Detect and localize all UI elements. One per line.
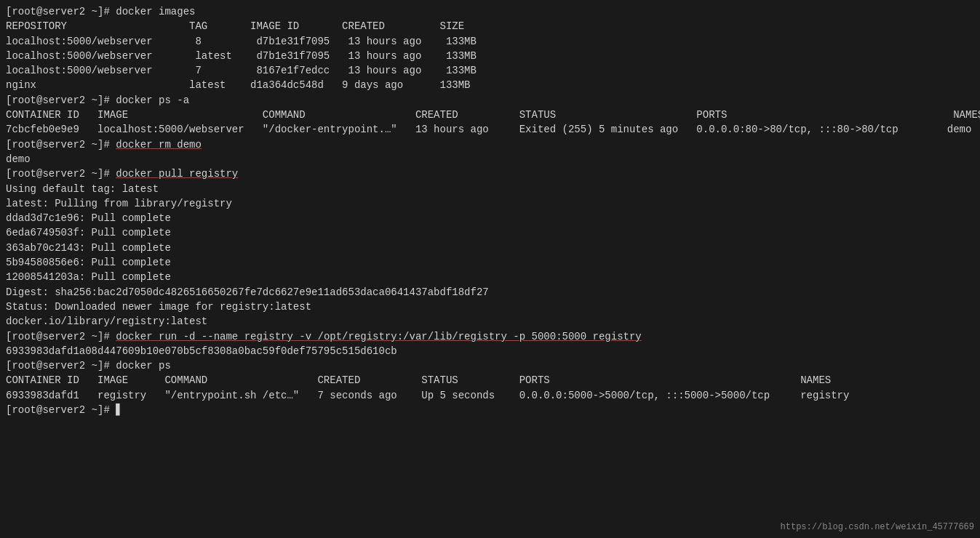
terminal-line: CONTAINER ID IMAGE COMMAND CREATED STATU… xyxy=(6,373,974,388)
terminal-line: 7cbcfeb0e9e9 localhost:5000/webserver "/… xyxy=(6,122,974,137)
terminal-line: docker.io/library/registry:latest xyxy=(6,314,974,329)
terminal-line: [root@server2 ~]# docker ps -a xyxy=(6,93,974,108)
terminal-line: [root@server2 ~]# docker images xyxy=(6,4,974,19)
terminal-line: 5b94580856e6: Pull complete xyxy=(6,255,974,270)
terminal-line: [root@server2 ~]# docker run -d --name r… xyxy=(6,329,974,344)
terminal-line: Digest: sha256:bac2d7050dc4826516650267f… xyxy=(6,285,974,300)
terminal-line: [root@server2 ~]# docker pull registry xyxy=(6,166,974,181)
terminal-window: [root@server2 ~]# docker imagesREPOSITOR… xyxy=(0,0,980,538)
terminal-line: localhost:5000/webserver 8 d7b1e31f7095 … xyxy=(6,34,974,49)
terminal-line: ddad3d7c1e96: Pull complete xyxy=(6,211,974,225)
terminal-line: 6933983dafd1 registry "/entrypoint.sh /e… xyxy=(6,388,974,403)
terminal-line: 363ab70c2143: Pull complete xyxy=(6,241,974,255)
terminal-line: REPOSITORY TAG IMAGE ID CREATED SIZE xyxy=(6,19,974,33)
watermark: https://blog.csdn.net/weixin_45777669 xyxy=(781,521,974,534)
terminal-line: 12008541203a: Pull complete xyxy=(6,270,974,284)
terminal-line: 6933983dafd1a08d447609b10e070b5cf8308a0b… xyxy=(6,344,974,358)
terminal-line: Status: Downloaded newer image for regis… xyxy=(6,300,974,314)
terminal-line: nginx latest d1a364dc548d 9 days ago 133… xyxy=(6,78,974,92)
terminal-line: Using default tag: latest xyxy=(6,182,974,196)
terminal-line: demo xyxy=(6,152,974,166)
terminal-line: latest: Pulling from library/registry xyxy=(6,196,974,211)
terminal-line: [root@server2 ~]# docker rm demo xyxy=(6,137,974,152)
terminal-line: CONTAINER ID IMAGE COMMAND CREATED STATU… xyxy=(6,108,974,122)
terminal-line: [root@server2 ~]# docker ps xyxy=(6,358,974,373)
terminal-line: 6eda6749503f: Pull complete xyxy=(6,225,974,240)
terminal-line: localhost:5000/webserver latest d7b1e31f… xyxy=(6,49,974,63)
terminal-line: localhost:5000/webserver 7 8167e1f7edcc … xyxy=(6,63,974,78)
terminal-line: [root@server2 ~]# ▋ xyxy=(6,403,974,417)
